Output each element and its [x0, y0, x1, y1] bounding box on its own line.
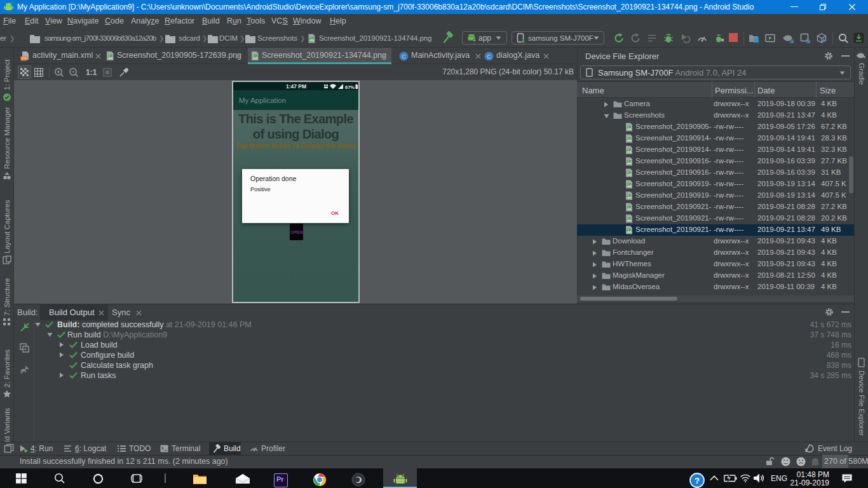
- svg-text:67%: 67%: [345, 85, 355, 90]
- svg-text:<>: <>: [22, 57, 27, 61]
- svg-text:C: C: [487, 53, 491, 60]
- svg-text:?: ?: [695, 476, 700, 485]
- svg-text:C: C: [402, 53, 406, 60]
